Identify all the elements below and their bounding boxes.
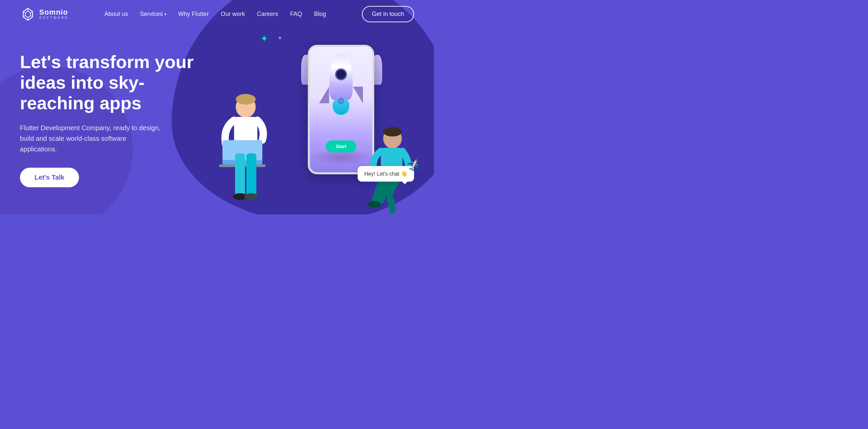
nav-link-about[interactable]: About us xyxy=(104,11,128,17)
nav-item-about[interactable]: About us xyxy=(104,11,128,18)
svg-rect-8 xyxy=(246,153,256,196)
nav-item-flutter[interactable]: Why Flutter xyxy=(178,11,209,18)
nav-link-blog[interactable]: Blog xyxy=(314,11,326,17)
svg-point-10 xyxy=(244,193,259,200)
logo-text: Somnio SOFTWARE xyxy=(39,9,68,20)
phone-logo-icon xyxy=(337,97,345,107)
chat-bubble[interactable]: Hey! Let's chat 👋 ✈️ xyxy=(358,166,414,182)
rocket-window xyxy=(335,68,347,80)
svg-rect-7 xyxy=(235,153,245,196)
dropdown-arrow-icon: ▾ xyxy=(164,12,166,17)
nav-item-work[interactable]: Our work xyxy=(221,11,245,18)
person-standing xyxy=(216,89,276,214)
svg-point-12 xyxy=(383,127,402,136)
nav-link-work[interactable]: Our work xyxy=(221,11,245,17)
svg-point-2 xyxy=(236,94,256,104)
nav-link-faq[interactable]: FAQ xyxy=(290,11,302,17)
chat-message: Hey! Let's chat 👋 xyxy=(364,171,407,177)
nav-item-blog[interactable]: Blog xyxy=(314,11,326,18)
nav-link-services[interactable]: Services ▾ xyxy=(140,11,166,18)
hero-section: Let's transform your ideas into sky-reac… xyxy=(0,28,434,214)
hero-illustration: Start Hey! Let's chat 👋 ✈ xyxy=(203,41,414,214)
logo-name: Somnio xyxy=(39,9,68,16)
hero-subtitle: Flutter Development Company, ready to de… xyxy=(20,123,163,154)
nav-item-careers[interactable]: Careers xyxy=(257,11,278,18)
nav-link-careers[interactable]: Careers xyxy=(257,11,278,17)
hero-title: Let's transform your ideas into sky-reac… xyxy=(20,52,203,113)
nav-link-flutter[interactable]: Why Flutter xyxy=(178,11,209,17)
nav-item-services[interactable]: Services ▾ xyxy=(140,11,166,18)
rocket-fin-left xyxy=(319,87,329,103)
svg-point-15 xyxy=(368,201,381,208)
rocket-body xyxy=(330,54,353,100)
logo-icon xyxy=(20,6,36,22)
logo[interactable]: Somnio SOFTWARE xyxy=(20,6,68,22)
nav-item-faq[interactable]: FAQ xyxy=(290,11,302,18)
navbar: Somnio SOFTWARE About us Services ▾ Why … xyxy=(0,0,434,28)
nav-links: About us Services ▾ Why Flutter Our work… xyxy=(104,11,326,18)
rocket-fin-right xyxy=(353,87,363,103)
lets-talk-button[interactable]: Let's Talk xyxy=(20,168,79,187)
get-in-touch-button[interactable]: Get in touch xyxy=(362,6,414,22)
logo-subtitle: SOFTWARE xyxy=(39,16,68,20)
hero-content: Let's transform your ideas into sky-reac… xyxy=(20,41,203,187)
